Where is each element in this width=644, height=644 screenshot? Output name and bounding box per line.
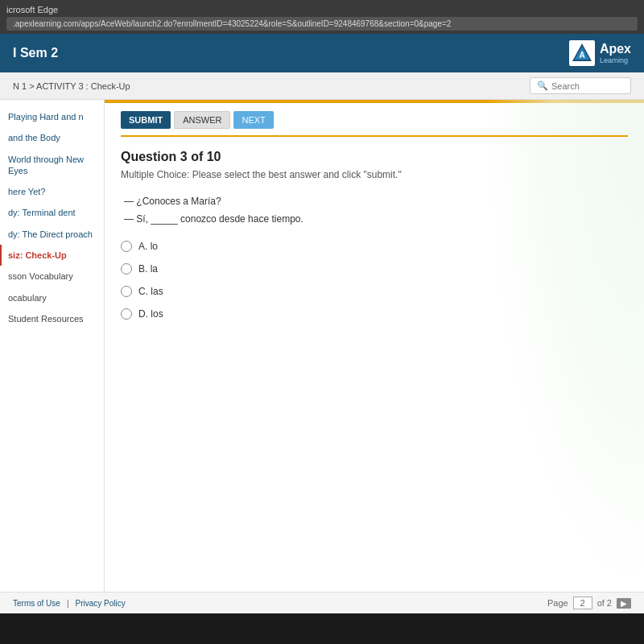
sidebar-item-5[interactable]: dy: The Direct proach: [0, 224, 104, 245]
page-nav-button[interactable]: ▶: [617, 598, 631, 609]
question-instruction: Multiple Choice: Please select the best …: [121, 169, 628, 180]
app-container: I Sem 2 A Apex Learning N 1 > ACTIVITY 3…: [0, 34, 644, 613]
browser-chrome: icrosoft Edge .apexlearning.com/apps/Ace…: [0, 0, 644, 34]
answer-choice-1[interactable]: B. la: [121, 263, 628, 275]
sidebar: Playing Hard and nand the BodyWorld thro…: [0, 100, 105, 592]
choice-label-1: B. la: [138, 263, 158, 275]
dialog-line-2: — Sí, _____ conozco desde hace tiempo.: [121, 211, 628, 229]
answer-choice-3[interactable]: D. los: [121, 308, 628, 320]
radio-3[interactable]: [121, 308, 132, 320]
search-box[interactable]: 🔍: [530, 77, 631, 94]
apex-logo: A Apex Learning: [569, 40, 631, 66]
sidebar-item-9[interactable]: Student Resources: [0, 308, 104, 329]
radio-0[interactable]: [121, 241, 132, 252]
search-input[interactable]: [551, 81, 624, 91]
apex-logo-text-block: Apex Learning: [600, 42, 631, 64]
search-icon: 🔍: [537, 80, 548, 91]
sidebar-item-4[interactable]: dy: Terminal dent: [0, 202, 104, 223]
app-header-title: I Sem 2: [13, 46, 58, 60]
action-buttons: SUBMIT ANSWER NEXT: [121, 111, 628, 137]
page-total: of 2: [597, 598, 612, 608]
sidebar-item-2[interactable]: World through New Eyes: [0, 149, 104, 182]
submit-button[interactable]: SUBMIT: [121, 111, 171, 129]
footer-links: Terms of Use | Privacy Policy: [13, 599, 126, 608]
sidebar-item-6[interactable]: siz: Check-Up: [0, 245, 104, 266]
sidebar-item-7[interactable]: sson Vocabulary: [0, 266, 104, 287]
radio-2[interactable]: [121, 286, 132, 297]
choice-label-2: C. las: [138, 286, 163, 297]
breadcrumb: N 1 > ACTIVITY 3 : Check-Up: [13, 81, 130, 91]
page-label: Page: [547, 598, 568, 608]
privacy-link[interactable]: Privacy Policy: [76, 599, 126, 608]
sidebar-item-0[interactable]: Playing Hard and n: [0, 106, 104, 127]
answer-choice-0[interactable]: A. lo: [121, 241, 628, 252]
main-content: Playing Hard and nand the BodyWorld thro…: [0, 100, 644, 592]
question-title: Question 3 of 10: [121, 150, 628, 164]
sidebar-item-3[interactable]: here Yet?: [0, 181, 104, 202]
page-number[interactable]: 2: [573, 597, 592, 609]
question-dialog: — ¿Conoces a María? — Sí, _____ conozco …: [121, 193, 628, 228]
footer-pagination: Page 2 of 2 ▶: [547, 597, 631, 609]
terms-link[interactable]: Terms of Use: [13, 599, 60, 608]
apex-logo-icon: A: [569, 40, 595, 66]
apex-logo-sub: Learning: [600, 56, 631, 64]
content-inner: SUBMIT ANSWER NEXT Question 3 of 10 Mult…: [105, 103, 644, 328]
address-bar: .apexlearning.com/apps/AceWeb/launch2.do…: [6, 17, 638, 31]
sidebar-item-8[interactable]: ocabulary: [0, 287, 104, 308]
breadcrumb-bar: N 1 > ACTIVITY 3 : Check-Up 🔍: [0, 72, 644, 100]
choice-label-3: D. los: [138, 308, 163, 320]
answer-choices: A. loB. laC. lasD. los: [121, 241, 628, 320]
content-area: SUBMIT ANSWER NEXT Question 3 of 10 Mult…: [105, 100, 644, 592]
answer-button[interactable]: ANSWER: [174, 111, 230, 129]
app-header: I Sem 2 A Apex Learning: [0, 34, 644, 72]
radio-1[interactable]: [121, 263, 132, 275]
dialog-line-1: — ¿Conoces a María?: [121, 193, 628, 211]
choice-label-0: A. lo: [138, 241, 158, 252]
next-button[interactable]: NEXT: [233, 111, 273, 129]
browser-title: icrosoft Edge: [6, 5, 638, 14]
sidebar-item-1[interactable]: and the Body: [0, 127, 104, 148]
svg-text:A: A: [579, 51, 584, 60]
apex-logo-text: Apex: [600, 42, 631, 56]
answer-choice-2[interactable]: C. las: [121, 286, 628, 297]
footer: Terms of Use | Privacy Policy Page 2 of …: [0, 592, 644, 613]
footer-divider: |: [67, 599, 69, 608]
